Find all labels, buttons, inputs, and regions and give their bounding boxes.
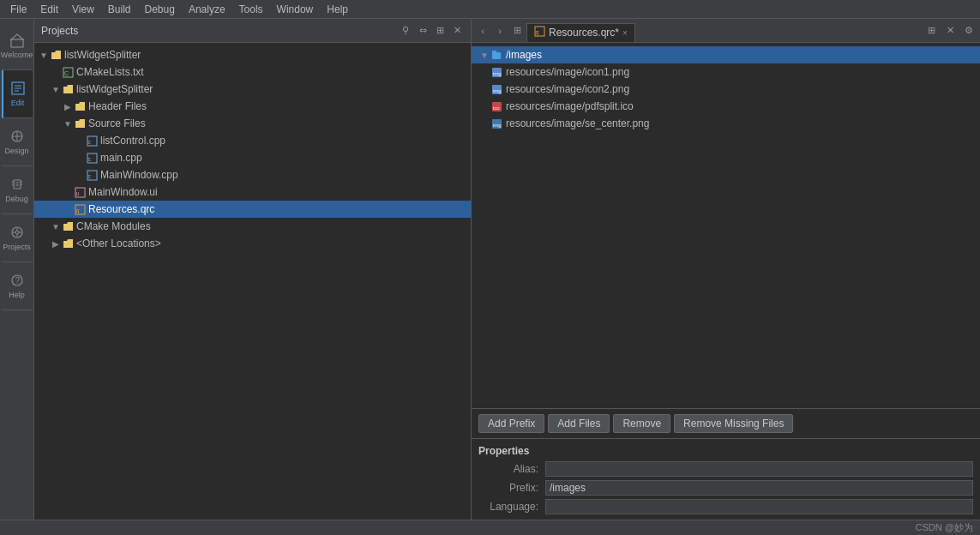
folder-icon-cmake-modules — [62, 220, 74, 232]
menu-help[interactable]: Help — [320, 2, 355, 17]
arrow-mainwindow-ui — [62, 186, 74, 198]
action-bar: Add Prefix Add Files Remove Remove Missi… — [472, 408, 980, 438]
label-header-files: Header Files — [88, 100, 147, 112]
right-panel: ‹ › ⊞ q Resources.qrc* × ⊞ ✕ ⚙ ▼ — [472, 19, 980, 520]
svg-rect-0 — [11, 39, 23, 47]
res-item-se-center[interactable]: img resources/image/se_center.png — [472, 115, 980, 132]
remove-button[interactable]: Remove — [613, 414, 670, 433]
language-row: Language: — [472, 497, 980, 516]
language-input[interactable] — [545, 499, 973, 514]
tab-forward-btn[interactable]: › — [492, 23, 508, 39]
filter-icon[interactable]: ⚲ — [399, 24, 412, 38]
sidebar-help-label: Help — [9, 291, 25, 299]
menu-view[interactable]: View — [65, 2, 101, 17]
svg-text:img: img — [493, 71, 502, 76]
qrc-icon: q — [74, 203, 86, 215]
tab-close-btn[interactable]: × — [622, 28, 628, 38]
sidebar-icon-edit[interactable]: Edit — [2, 70, 33, 118]
tree-item-cmakelists[interactable]: C CMakeLists.txt — [34, 63, 471, 81]
tree-item-listwidgetsplitter-sub[interactable]: ▼ listWidgetSplitter — [34, 81, 471, 98]
menu-tools[interactable]: Tools — [232, 2, 270, 17]
menu-window[interactable]: Window — [270, 2, 321, 17]
prefix-row: Prefix: — [472, 478, 980, 497]
arrow-cmake-modules: ▼ — [50, 220, 62, 232]
resource-tree[interactable]: ▼ /images img resources/image/icon1.png — [472, 43, 980, 408]
tree-item-mainwindow-ui[interactable]: u MainWindow.ui — [34, 183, 471, 201]
label-se-center: resources/image/se_center.png — [506, 117, 649, 129]
tree-item-header-files[interactable]: ▶ Header Files — [34, 98, 471, 115]
menu-build[interactable]: Build — [101, 2, 138, 17]
ui-icon: u — [74, 186, 86, 198]
alias-label: Alias: — [478, 463, 538, 475]
svg-text:c: c — [87, 139, 91, 145]
add-prefix-button[interactable]: Add Prefix — [478, 414, 544, 433]
split-icon[interactable]: ⊞ — [433, 24, 447, 38]
svg-rect-8 — [14, 180, 21, 189]
tree-item-mainwindow-cpp[interactable]: c MainWindow.cpp — [34, 166, 471, 183]
label-icon1: resources/image/icon1.png — [506, 66, 629, 78]
tree-item-main-cpp[interactable]: c main.cpp — [34, 149, 471, 166]
tree-item-listwidgetsplitter-root[interactable]: ▼ listWidgetSplitter — [34, 46, 471, 63]
tree-item-source-files[interactable]: ▼ Source Files — [34, 115, 471, 132]
ico-icon-pdfsplit: ico — [490, 100, 502, 112]
projects-tree[interactable]: ▼ listWidgetSplitter C CMakeLists.txt ▼ — [34, 43, 471, 520]
svg-text:u: u — [75, 190, 79, 196]
sidebar-icon-welcome[interactable]: Welcome — [2, 22, 33, 70]
arrow-listwidgetsplitter-root: ▼ — [38, 49, 50, 61]
svg-text:img: img — [493, 88, 502, 93]
tab-resources-qrc[interactable]: q Resources.qrc* × — [526, 23, 635, 42]
sidebar-design-label: Design — [4, 147, 28, 155]
prefix-icon — [490, 49, 502, 61]
close-panel-icon[interactable]: ✕ — [450, 24, 464, 38]
png-icon-icon2: img — [490, 83, 502, 95]
language-label: Language: — [478, 501, 538, 513]
sidebar-icon-debug[interactable]: Debug — [2, 166, 33, 214]
label-icon2: resources/image/icon2.png — [506, 83, 629, 95]
res-item-pdfsplit[interactable]: ico resources/image/pdfsplit.ico — [472, 98, 980, 115]
menu-debug[interactable]: Debug — [138, 2, 182, 17]
tab-close-editor-icon[interactable]: ✕ — [942, 23, 958, 39]
projects-title: Projects — [41, 25, 78, 37]
tree-item-listcontrol[interactable]: c listControl.cpp — [34, 132, 471, 149]
main-layout: Welcome Edit Design — [0, 19, 980, 520]
prefix-input[interactable] — [545, 480, 973, 496]
projects-header-icons: ⚲ ⇔ ⊞ ✕ — [399, 24, 464, 38]
sidebar-icon-design[interactable]: Design — [2, 118, 33, 166]
tree-item-resources-qrc[interactable]: q Resources.qrc — [34, 201, 471, 218]
svg-point-16 — [15, 231, 19, 234]
svg-text:q: q — [75, 207, 79, 214]
resource-editor: ▼ /images img resources/image/icon1.png — [472, 43, 980, 520]
alias-input[interactable] — [545, 461, 973, 477]
sidebar-icon-projects[interactable]: Projects — [2, 214, 33, 262]
remove-missing-files-button[interactable]: Remove Missing Files — [674, 414, 793, 433]
folder-icon-listwidgetsplitter-sub — [62, 83, 74, 95]
arrow-source-files: ▼ — [62, 117, 74, 129]
menu-file[interactable]: File — [3, 2, 33, 17]
link-icon[interactable]: ⇔ — [416, 24, 430, 38]
tab-menu-btn[interactable]: ⊞ — [509, 23, 525, 39]
tab-bar: ‹ › ⊞ q Resources.qrc* × ⊞ ✕ ⚙ — [472, 19, 980, 43]
tree-item-other-locations[interactable]: ▶ <Other Locations> — [34, 235, 471, 252]
cpp-icon-main: c — [86, 152, 98, 164]
menu-edit[interactable]: Edit — [33, 2, 65, 17]
svg-rect-38 — [492, 51, 496, 53]
label-resources-qrc: Resources.qrc — [88, 203, 154, 215]
res-item-icon2[interactable]: img resources/image/icon2.png — [472, 81, 980, 98]
label-mainwindow-ui: MainWindow.ui — [88, 186, 158, 198]
sidebar-icon-help[interactable]: ? Help — [2, 262, 33, 310]
tab-split-icon[interactable]: ⊞ — [923, 23, 939, 39]
arrow-listcontrol — [74, 135, 86, 147]
menu-analyze[interactable]: Analyze — [182, 2, 232, 17]
tab-options-icon[interactable]: ⚙ — [961, 23, 977, 39]
label-images-prefix: /images — [506, 49, 542, 61]
res-item-images-prefix[interactable]: ▼ /images — [472, 46, 980, 63]
tree-item-cmake-modules[interactable]: ▼ CMake Modules — [34, 218, 471, 235]
cmake-icon: C — [62, 66, 74, 78]
sidebar-welcome-label: Welcome — [1, 51, 33, 59]
folder-icon-other-locations — [62, 237, 74, 249]
res-item-icon1[interactable]: img resources/image/icon1.png — [472, 63, 980, 81]
tab-back-btn[interactable]: ‹ — [475, 23, 490, 39]
add-files-button[interactable]: Add Files — [548, 414, 610, 433]
properties-panel: Properties Alias: Prefix: Language: — [472, 438, 980, 520]
projects-header: Projects ⚲ ⇔ ⊞ ✕ — [34, 19, 471, 43]
